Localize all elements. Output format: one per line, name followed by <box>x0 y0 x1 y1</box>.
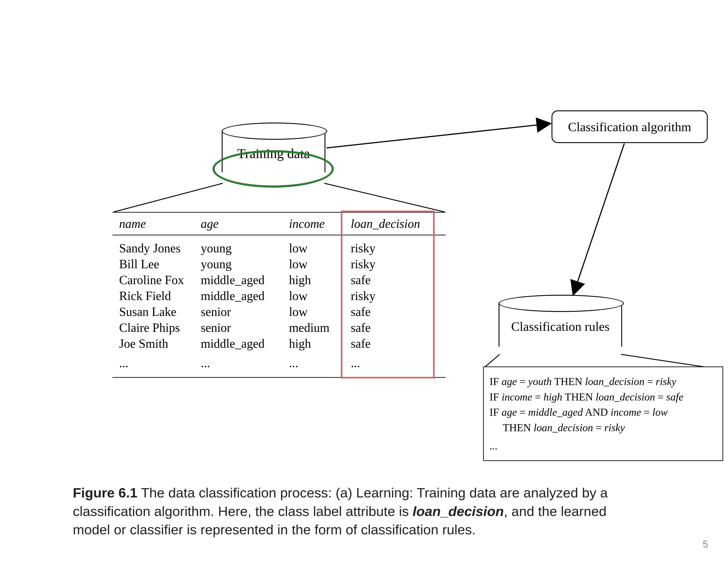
cell-ellipsis: ... <box>201 356 289 370</box>
svg-line-1 <box>574 143 624 294</box>
cylinder-top-ellipse <box>222 122 327 140</box>
cell-income: high <box>289 337 351 351</box>
svg-line-0 <box>326 124 549 148</box>
cell-age: young <box>201 241 289 255</box>
col-header-age: age <box>201 216 289 231</box>
table-body: Sandy Jones young low risky Bill Lee you… <box>113 235 446 377</box>
rule-line-1: IF age = youth THEN loan_decision = risk… <box>490 374 717 389</box>
classification-algorithm-box: Classification algorithm <box>552 110 708 143</box>
classification-rules-label: Classification rules <box>499 319 621 334</box>
table-row: Rick Field middle_aged low risky <box>113 288 446 304</box>
svg-line-2 <box>114 183 223 212</box>
col-header-loan: loan_decision <box>351 216 430 231</box>
cell-income: low <box>289 241 351 255</box>
cell-name: Susan Lake <box>119 305 201 319</box>
cylinder-body: Training data <box>222 130 325 172</box>
cell-income: low <box>289 289 351 303</box>
classification-algorithm-label: Classification algorithm <box>568 119 691 134</box>
cylinder-body: Classification rules <box>499 303 622 347</box>
rule-line-2: IF income = high THEN loan_decision = sa… <box>490 389 717 405</box>
cell-loan: safe <box>351 321 430 335</box>
cell-age: young <box>201 257 289 271</box>
svg-line-3 <box>324 183 445 212</box>
table-row: Claire Phips senior medium safe <box>113 320 446 336</box>
rule-line-3a: IF age = middle_aged AND income = low <box>490 405 717 420</box>
cell-age: middle_aged <box>201 273 289 287</box>
cell-age: middle_aged <box>201 337 289 351</box>
cell-name: Sandy Jones <box>119 241 201 255</box>
caption-emph: loan_decision <box>413 504 504 519</box>
col-header-income: income <box>289 216 351 231</box>
rule-line-3b: THEN loan_decision = risky <box>490 420 717 435</box>
training-data-table: name age income loan_decision Sandy Jone… <box>113 212 446 378</box>
cell-ellipsis: ... <box>351 356 430 370</box>
cell-age: middle_aged <box>201 289 289 303</box>
cell-name: Claire Phips <box>119 321 201 335</box>
cell-income: high <box>289 273 351 287</box>
table-row: Sandy Jones young low risky <box>113 240 446 256</box>
cell-name: Rick Field <box>119 289 201 303</box>
table-row: Joe Smith middle_aged high safe <box>113 336 446 352</box>
cell-loan: risky <box>351 289 430 303</box>
cell-loan: safe <box>351 337 430 351</box>
rule-ellipsis: ... <box>490 435 717 454</box>
cell-age: senior <box>201 321 289 335</box>
cell-loan: safe <box>351 273 430 287</box>
figure-caption: Figure 6.1 The data classification proce… <box>73 484 642 539</box>
cell-name: Caroline Fox <box>119 273 201 287</box>
cell-name: Bill Lee <box>119 257 201 271</box>
cylinder-bottom-ellipse <box>499 337 624 354</box>
cylinder-top-ellipse <box>499 295 624 312</box>
cell-income: low <box>289 257 351 271</box>
classification-rules-box: IF age = youth THEN loan_decision = risk… <box>483 367 723 461</box>
training-data-cylinder: Training data <box>222 130 325 172</box>
table-row: Caroline Fox middle_aged high safe <box>113 272 446 288</box>
svg-line-4 <box>484 354 500 368</box>
cell-income: medium <box>289 321 351 335</box>
col-header-name: name <box>119 216 201 231</box>
cell-age: senior <box>201 305 289 319</box>
training-data-label: Training data <box>223 146 325 161</box>
slide-stage: { "training_cylinder": { "label": "Train… <box>0 0 728 563</box>
cell-ellipsis: ... <box>119 356 201 370</box>
cell-loan: risky <box>351 241 430 255</box>
cell-loan: risky <box>351 257 430 271</box>
cell-ellipsis: ... <box>289 356 351 370</box>
cylinder-bottom-ellipse <box>222 163 327 180</box>
table-row-ellipsis: ... ... ... ... <box>113 352 446 371</box>
cell-income: low <box>289 305 351 319</box>
table-header-row: name age income loan_decision <box>113 212 446 235</box>
caption-lead: Figure 6.1 <box>73 485 137 500</box>
table-row: Bill Lee young low risky <box>113 256 446 272</box>
svg-line-5 <box>621 354 709 368</box>
classification-rules-cylinder: Classification rules <box>499 303 622 347</box>
page-number: 5 <box>703 539 708 550</box>
table-row: Susan Lake senior low safe <box>113 304 446 320</box>
cell-name: Joe Smith <box>119 337 201 351</box>
cell-loan: safe <box>351 305 430 319</box>
